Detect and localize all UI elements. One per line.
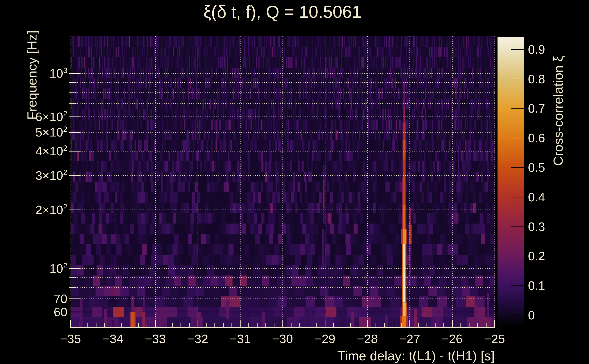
cross-correlation-spectrogram: ξ(δ t, f), Q = 10.5061 Frequency [Hz] Ti… [0,0,589,364]
y-tick-label: 2×102 [35,203,67,217]
y-tick-label: 6×102 [35,110,67,124]
y-tick-label: 3×102 [35,168,67,182]
x-tick-label: −30 [272,332,293,346]
x-axis-title: Time delay: t(L1) - t(H1) [s] [337,348,495,363]
colorbar-tick-label: 0.7 [528,101,545,115]
colorbar-title: Cross-correlation ξ [550,56,566,166]
y-axis-title: Frequency [Hz] [24,30,39,120]
plot-title: ξ(δ t, f), Q = 10.5061 [203,2,361,22]
y-tick-label: 102 [49,261,67,275]
x-tick-label: −33 [145,332,166,346]
colorbar-tick-label: 0.4 [528,190,545,204]
heatmap-canvas [0,0,589,364]
x-tick-label: −26 [442,332,463,346]
y-tick-label: 70 [54,292,67,306]
x-tick-label: −31 [230,332,251,346]
y-tick-label: 5×102 [35,125,67,139]
colorbar-tick-label: 0.3 [528,220,545,234]
x-tick-label: −35 [60,332,81,346]
x-tick-label: −34 [102,332,123,346]
colorbar-tick-label: 0.1 [528,279,545,292]
y-tick-label: 103 [49,66,67,80]
colorbar-tick-label: 0.9 [528,42,545,56]
colorbar-tick-label: 0.5 [528,160,545,175]
x-tick-label: −29 [314,332,335,346]
y-tick-label: 60 [54,305,67,319]
y-tick-label: 4×102 [35,144,67,158]
colorbar-tick-label: 0.8 [528,72,545,86]
x-tick-label: −28 [357,332,378,346]
x-tick-label: −32 [187,332,208,346]
colorbar-tick-label: 0.2 [528,249,545,263]
x-tick-label: −27 [399,332,420,346]
colorbar-tick-label: 0.6 [528,131,545,145]
colorbar-tick-label: 0 [528,308,535,322]
x-tick-label: −25 [484,332,505,346]
